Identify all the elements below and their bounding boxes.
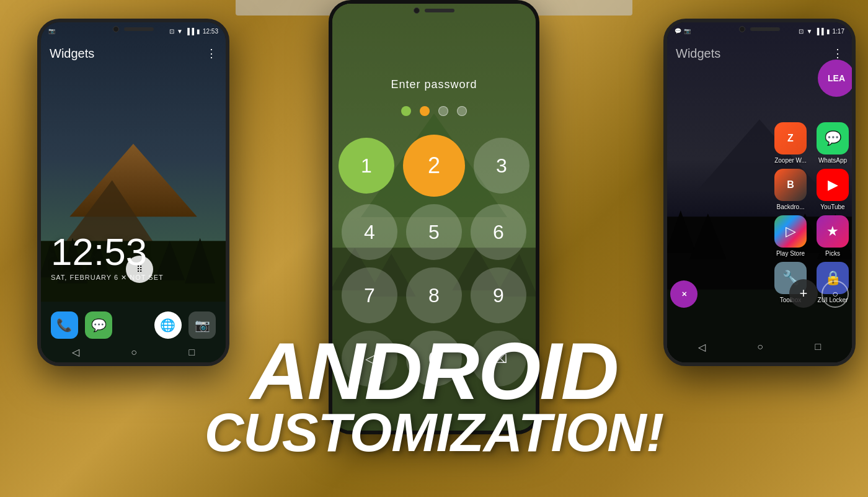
zooper-label: Zooper W... (774, 157, 807, 164)
right-whatsapp-icon: 💬 (675, 28, 681, 34)
right-camera (739, 26, 745, 32)
battery-icon: ▮ (197, 28, 200, 35)
video-icon: 📷 (48, 28, 55, 34)
back-button[interactable]: ◁ (72, 346, 79, 358)
right-home-icon: ○ (832, 289, 838, 300)
right-signal-icon: ▐▐ (815, 28, 823, 35)
status-left-icons: 📷 (48, 28, 55, 34)
right-nav-bar: ◁ ○ □ (667, 331, 852, 362)
status-time: 12:53 (203, 28, 218, 35)
right-widgets-title: Widgets (676, 47, 720, 61)
speaker (124, 27, 154, 31)
messages-app[interactable]: 💬 (85, 311, 112, 339)
camera-app-icon: 📷 (195, 318, 210, 333)
messages-icon: 💬 (91, 318, 107, 333)
left-widgets-title: Widgets (50, 47, 94, 61)
left-bottom-dock: 📞 💬 ⠿ 🌐 📷 ◁ ○ □ (41, 307, 226, 362)
center-speaker (425, 9, 454, 12)
status-right-icons: ⊡ ▼ ▐▐ ▮ 12:53 (169, 28, 218, 35)
phone-app[interactable]: 📞 (51, 311, 78, 339)
num-8-button[interactable]: 8 (406, 267, 462, 323)
right-status-left: 💬 📷 (675, 28, 691, 34)
purple-button-label: ✕ (681, 290, 687, 298)
numpad-delete[interactable]: ⌫ (471, 331, 526, 387)
backdoor-label: Backdro... (776, 204, 804, 210)
plus-button[interactable]: + (789, 279, 818, 308)
numpad-row3: 7 8 9 (342, 267, 526, 323)
dot-1 (401, 106, 411, 116)
num-4-button[interactable]: 4 (342, 204, 397, 260)
right-status-right: ⊡ ▼ ▐▐ ▮ 1:17 (799, 28, 844, 35)
picks-label: Picks (825, 250, 840, 257)
right-speaker (750, 27, 780, 31)
lea-label: LEA (828, 73, 845, 83)
dot-2 (420, 106, 430, 116)
right-cast-icon: ⊡ (799, 28, 804, 35)
zooper-icon: Z (774, 122, 807, 154)
num-2-button[interactable]: 2 (403, 135, 465, 197)
right-back-button[interactable]: ◁ (698, 341, 706, 353)
right-home-nav[interactable]: ○ (757, 341, 763, 352)
backdoor-icon: B (774, 169, 807, 201)
whatsapp-app[interactable]: 💬 WhatsApp (817, 122, 849, 164)
numpad-back[interactable]: ◁ (342, 331, 397, 387)
youtube-icon: ▶ (817, 169, 849, 201)
right-overflow-menu[interactable]: ⋮ (832, 47, 843, 60)
num-6-button[interactable]: 6 (471, 204, 526, 260)
youtube-app[interactable]: ▶ YouTube (817, 169, 849, 210)
enter-password-label: Enter password (391, 78, 477, 91)
phone-left: 📷 ⊡ ▼ ▐▐ ▮ 12:53 Widgets ⋮ 12:53 SAT, FE… (37, 19, 229, 366)
center-phone-top (414, 4, 454, 14)
num-5-button[interactable]: 5 (406, 204, 462, 260)
camera-app[interactable]: 📷 (188, 311, 216, 339)
wifi-icon: ▼ (177, 28, 183, 35)
chrome-app[interactable]: 🌐 (154, 311, 182, 339)
purple-button[interactable]: ✕ (670, 280, 698, 308)
dot-4 (457, 106, 467, 116)
phone-center: Enter password 1 2 3 4 5 6 (329, 0, 539, 434)
left-nav-bar: ◁ ○ □ (41, 341, 226, 362)
password-screen: Enter password 1 2 3 4 5 6 (332, 78, 536, 387)
dots-icon: ⠿ (136, 264, 143, 274)
plus-icon: + (800, 285, 808, 302)
playstore-label: Play Store (776, 250, 805, 257)
youtube-label: YouTube (820, 204, 844, 210)
right-phone-top (739, 22, 780, 32)
chrome-icon: 🌐 (160, 318, 175, 333)
numpad-row2: 4 5 6 (342, 204, 526, 260)
right-battery-icon: ▮ (826, 28, 830, 35)
recents-button[interactable]: □ (189, 347, 195, 358)
center-camera (414, 7, 420, 14)
delete-icon: ⌫ (490, 351, 507, 366)
launcher-dots[interactable]: ⠿ (126, 256, 153, 283)
app-row-3: ▷ Play Store ★ Picks (774, 215, 849, 257)
left-dock-apps: 📞 💬 ⠿ 🌐 📷 (41, 307, 226, 339)
camera (113, 26, 119, 32)
phone-right: 💬 📷 ⊡ ▼ ▐▐ ▮ 1:17 Widgets ⋮ LEA (663, 19, 856, 366)
numpad-row1: 1 2 3 (339, 135, 529, 197)
zooper-app[interactable]: Z Zooper W... (774, 122, 807, 164)
num-7-button[interactable]: 7 (342, 267, 397, 323)
right-home-button[interactable]: ○ (822, 280, 849, 308)
home-button[interactable]: ○ (131, 347, 137, 358)
password-dots (401, 106, 467, 116)
cast-icon: ⊡ (169, 28, 174, 35)
left-overflow-menu[interactable]: ⋮ (206, 47, 217, 60)
playstore-app[interactable]: ▷ Play Store (774, 215, 807, 257)
num-3-button[interactable]: 3 (474, 138, 529, 194)
picks-app[interactable]: ★ Picks (817, 215, 849, 257)
signal-icon: ▐▐ (185, 28, 194, 35)
backdoor-app[interactable]: B Backdro... (774, 169, 807, 210)
right-recents-button[interactable]: □ (815, 341, 822, 352)
app-row-2: B Backdro... ▶ YouTube (774, 169, 849, 210)
whatsapp-icon: 💬 (817, 122, 849, 154)
left-phone-top (113, 22, 154, 32)
num-1-button[interactable]: 1 (339, 138, 394, 194)
right-status-time: 1:17 (833, 28, 844, 35)
phone-icon: 📞 (56, 318, 72, 333)
right-wifi-icon: ▼ (806, 28, 812, 35)
dot-3 (438, 106, 448, 116)
numpad-row4: ◁ 0 ⌫ (342, 331, 526, 387)
num-0-button[interactable]: 0 (406, 331, 462, 387)
num-9-button[interactable]: 9 (471, 267, 526, 323)
